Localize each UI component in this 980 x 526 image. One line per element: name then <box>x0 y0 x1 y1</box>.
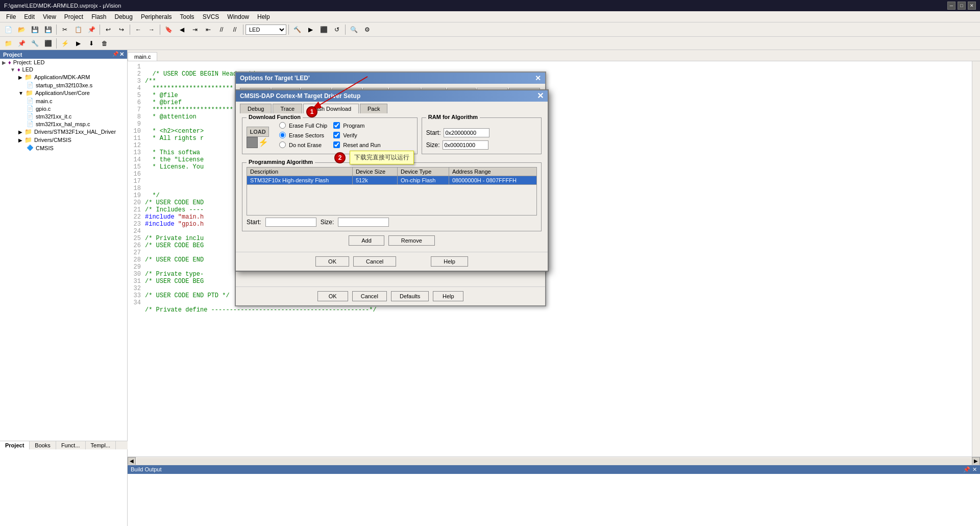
ram-size-input[interactable] <box>443 140 488 150</box>
radio-erase-sectors-label: Erase Sectors <box>289 132 324 138</box>
ram-fields: Start: Size: <box>426 128 537 150</box>
radio-erase-full-chip-input[interactable] <box>279 122 286 129</box>
checkbox-verify-label: Verify <box>343 132 357 138</box>
ram-start-row: Start: <box>426 128 537 137</box>
cmsis-body: Download Function LOAD ⚡ <box>236 113 548 252</box>
load-label: LOAD <box>247 127 269 137</box>
cmsis-tab-debug[interactable]: Debug <box>240 104 272 113</box>
programming-algorithm-title: Programming Algorithm <box>247 159 315 165</box>
cmsis-dialog-title: CMSIS-DAP Cortex-M Target Driver Setup ✕ <box>236 90 548 102</box>
cmsis-tab-pack[interactable]: Pack <box>360 104 387 113</box>
cmsis-tabs: Debug Trace Flash Download Pack <box>236 102 548 113</box>
ram-size-row: Size: <box>426 140 537 150</box>
cmsis-help-button[interactable]: Help <box>431 256 468 267</box>
download-section: LOAD ⚡ Erase Full Chip <box>247 122 413 148</box>
load-chip-icon <box>247 137 258 148</box>
annotation-circle-2: 2 <box>334 152 346 163</box>
col-device-type: Device Type <box>397 168 449 176</box>
algo-start-input[interactable] <box>265 218 316 227</box>
checkbox-program[interactable]: Program <box>333 122 380 129</box>
cmsis-tab-trace[interactable]: Trace <box>273 104 302 113</box>
ram-start-label: Start: <box>426 129 441 136</box>
options-dialog-footer: OK Cancel Defaults Help <box>236 286 545 305</box>
options-dialog-close-btn[interactable]: ✕ <box>535 74 541 82</box>
cmsis-dialog: CMSIS-DAP Cortex-M Target Driver Setup ✕… <box>235 89 549 272</box>
radio-erase-full-chip-label: Erase Full Chip <box>289 123 327 129</box>
cell-description: STM32F10x High-density Flash <box>247 176 353 185</box>
load-arrow-icon: ⚡ <box>258 137 269 148</box>
programming-algorithm-section: Programming Algorithm Description Device… <box>242 162 542 231</box>
checkbox-program-input[interactable] <box>333 122 340 129</box>
cmsis-cancel-button[interactable]: Cancel <box>353 256 396 267</box>
annotation-circle-1: 1 <box>306 106 317 117</box>
cmsis-ok-button[interactable]: OK <box>315 256 349 267</box>
radio-do-not-erase-input[interactable] <box>279 141 286 148</box>
download-checkboxes: Program Verify Reset and Run <box>333 122 380 148</box>
load-icon-area: LOAD ⚡ <box>247 126 269 148</box>
checkbox-verify[interactable]: Verify <box>333 132 380 138</box>
add-remove-buttons: Add Remove <box>242 235 542 246</box>
table-row-empty <box>247 185 537 216</box>
cmsis-footer: OK Cancel Help <box>236 252 548 271</box>
options-cancel-button[interactable]: Cancel <box>352 291 387 301</box>
col-device-size: Device Size <box>352 168 397 176</box>
radio-do-not-erase-label: Do not Erase <box>289 142 322 148</box>
remove-button[interactable]: Remove <box>388 235 435 246</box>
checkbox-reset-run[interactable]: Reset and Run <box>333 141 380 148</box>
cell-address-range: 08000000H - 0807FFFFH <box>449 176 536 185</box>
algo-size-input[interactable] <box>338 218 389 227</box>
programming-algorithm-group: Programming Algorithm Description Device… <box>242 162 542 231</box>
checkbox-program-label: Program <box>343 123 364 129</box>
radio-erase-sectors[interactable]: Erase Sectors <box>279 132 327 138</box>
radio-erase-sectors-input[interactable] <box>279 132 286 138</box>
tooltip-box: 下载完直接可以运行 <box>350 151 414 164</box>
options-help-button[interactable]: Help <box>433 291 463 301</box>
algo-start-label: Start: <box>247 219 261 226</box>
checkbox-verify-input[interactable] <box>333 132 340 138</box>
algo-size-label: Size: <box>321 219 334 226</box>
load-bottom: ⚡ <box>247 137 269 148</box>
cmsis-dialog-close-btn[interactable]: ✕ <box>537 92 544 100</box>
erase-radio-group: Erase Full Chip Erase Sectors Do not Era… <box>279 122 327 148</box>
algo-bottom: Start: Size: <box>247 218 537 227</box>
checkbox-reset-run-input[interactable] <box>333 141 340 148</box>
ram-algorithm-title: RAM for Algorithm <box>426 114 480 120</box>
ram-start-input[interactable] <box>444 128 489 137</box>
options-defaults-button[interactable]: Defaults <box>391 291 429 301</box>
col-address-range: Address Range <box>449 168 536 176</box>
col-description: Description <box>247 168 353 176</box>
table-row[interactable]: STM32F10x High-density Flash 512k On-chi… <box>247 176 537 185</box>
cell-device-size: 512k <box>352 176 397 185</box>
options-dialog-title: Options for Target 'LED' ✕ <box>236 73 545 84</box>
radio-do-not-erase[interactable]: Do not Erase <box>279 141 327 148</box>
add-button[interactable]: Add <box>349 235 384 246</box>
cell-device-type: On-chip Flash <box>397 176 449 185</box>
download-function-group: Download Function LOAD ⚡ <box>242 117 418 154</box>
checkbox-reset-run-label: Reset and Run <box>343 142 380 148</box>
dialog-overlay: Options for Target 'LED' ✕ Device Target… <box>0 0 980 526</box>
download-function-title: Download Function <box>247 114 303 120</box>
options-ok-button[interactable]: OK <box>317 291 348 301</box>
algorithm-table: Description Device Size Device Type Addr… <box>247 167 537 216</box>
ram-algorithm-group: RAM for Algorithm Start: Size: <box>422 117 542 154</box>
radio-erase-full-chip[interactable]: Erase Full Chip <box>279 122 327 129</box>
ram-size-label: Size: <box>426 141 440 149</box>
